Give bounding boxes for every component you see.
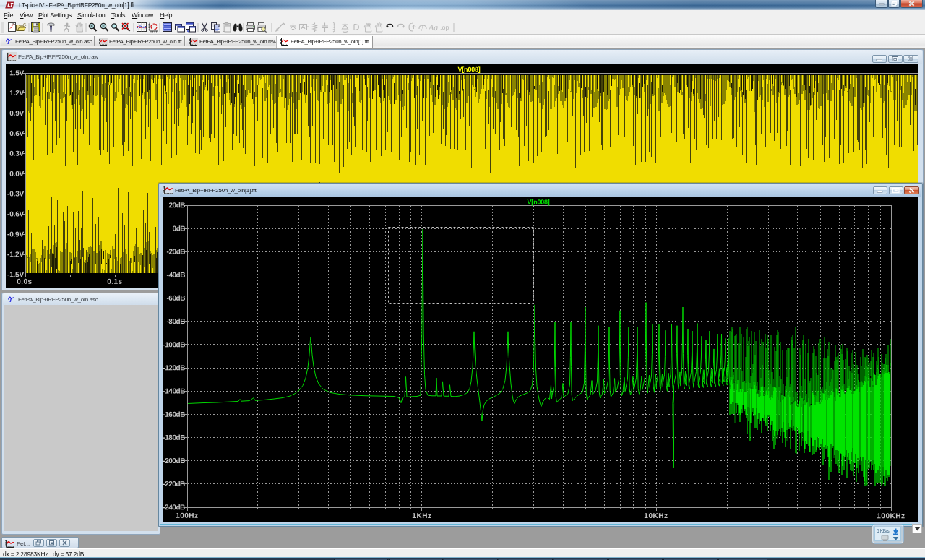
svg-text:10KHz: 10KHz xyxy=(644,512,668,520)
svg-text:V[n008]: V[n008] xyxy=(528,199,550,206)
svg-text:1.5V: 1.5V xyxy=(9,69,24,77)
svg-text:0.3V: 0.3V xyxy=(9,150,24,158)
svg-text:-200dB: -200dB xyxy=(163,457,185,465)
svg-text:1KHz: 1KHz xyxy=(412,512,431,520)
svg-text:0.6V: 0.6V xyxy=(9,130,24,138)
svg-text:0.9V: 0.9V xyxy=(9,110,24,118)
svg-text:100Hz: 100Hz xyxy=(176,512,198,520)
svg-text:.op: .op xyxy=(440,24,449,31)
svg-text:-100dB: -100dB xyxy=(163,341,185,349)
svg-text:V[n008]: V[n008] xyxy=(458,66,481,73)
svg-text:20dB: 20dB xyxy=(168,202,185,210)
svg-text:0.0V: 0.0V xyxy=(9,171,24,178)
svg-text:-140dB: -140dB xyxy=(163,387,185,395)
svg-text:-40dB: -40dB xyxy=(167,272,186,280)
svg-text:Aa: Aa xyxy=(428,22,438,33)
svg-text:-220dB: -220dB xyxy=(163,481,185,488)
svg-text:-1.2V: -1.2V xyxy=(7,251,24,259)
svg-text:-240dB: -240dB xyxy=(163,504,185,512)
svg-text:-0.3V: -0.3V xyxy=(7,191,24,199)
svg-text:0dB: 0dB xyxy=(173,225,186,233)
svg-text:0.0s: 0.0s xyxy=(17,278,32,286)
svg-text:-120dB: -120dB xyxy=(163,364,185,372)
svg-text:-180dB: -180dB xyxy=(163,434,185,442)
svg-text:100KHz: 100KHz xyxy=(877,512,905,520)
svg-text:-0.9V: -0.9V xyxy=(7,231,24,238)
svg-text:0.1s: 0.1s xyxy=(107,278,122,286)
svg-text:-0.6V: -0.6V xyxy=(7,210,24,218)
svg-text:-160dB: -160dB xyxy=(163,411,185,419)
svg-text:-20dB: -20dB xyxy=(167,249,186,257)
svg-text:-80dB: -80dB xyxy=(166,318,185,326)
svg-text:1.2V: 1.2V xyxy=(9,90,24,98)
svg-text:-60dB: -60dB xyxy=(166,295,185,303)
